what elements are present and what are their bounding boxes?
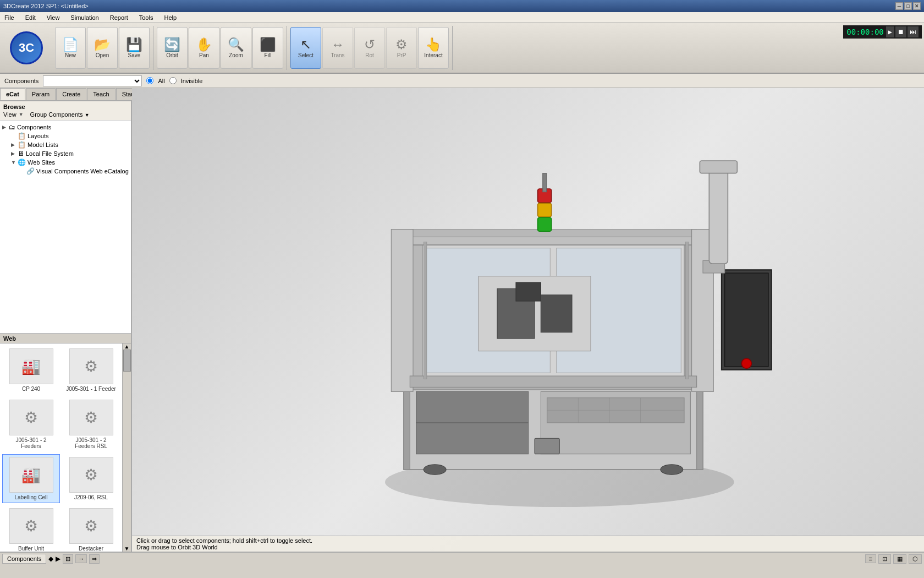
toolbar-btn-pan[interactable]: ✋Pan [189,27,219,69]
bottom-icon1[interactable]: ≡ [865,554,876,563]
svg-rect-28 [725,273,768,367]
toolbar-tool-section: ↖Select↔Trans↺Rot⚙PrP👆Interact [290,26,453,70]
scroll-up-arrow[interactable]: ▲ [124,343,130,350]
toolbar-btn-fill[interactable]: ⬛Fill [252,27,283,69]
comp-thumbnail: ⚙ [9,400,53,435]
orbit-label: Orbit [166,52,178,58]
component-item-j005-301-2rsl[interactable]: ⚙ J005-301 - 2 Feeders RSL [62,397,120,452]
component-item-j209-06[interactable]: ⚙ J209-06, RSL [62,454,120,503]
svg-rect-17 [516,282,541,301]
toolbar-btn-prp: ⚙PrP [386,27,417,69]
svg-point-37 [424,465,446,475]
tab-teach[interactable]: Teach [87,88,115,100]
component-grid: 🏭 CP 240 ⚙ J005-301 - 1 Feeder ⚙ J005-30… [0,343,122,552]
svg-rect-10 [391,230,413,392]
radio-all[interactable] [146,77,153,84]
toolbar-btn-save[interactable]: 💾Save [119,27,150,69]
left-panel: eCatParamCreateTeachStaubli Browse View … [0,88,132,552]
toolbar-btn-interact[interactable]: 👆Interact [418,27,449,69]
tree-item-components[interactable]: ▶🗂Components [2,123,129,132]
component-item-labelling[interactable]: 🏭 Labelling Cell [2,454,60,503]
scroll-thumb[interactable] [123,350,131,372]
bottom-icon2[interactable]: ⊡ [878,554,891,564]
menu-item-view[interactable]: View [45,13,62,22]
svg-rect-9 [410,230,696,237]
comp-thumbnail: ⚙ [69,400,113,435]
toolbar-btn-new[interactable]: 📄New [55,27,86,69]
components-dropdown[interactable] [43,75,142,86]
component-item-buffer[interactable]: ⚙ Buffer Unit [2,505,60,552]
toolbar-btn-orbit[interactable]: 🔄Orbit [157,27,188,69]
rot-icon: ↺ [364,38,375,51]
tree-item-model-lists[interactable]: ▶📋Model Lists [2,140,129,149]
open-label: Open [96,52,109,58]
maximize-button[interactable]: □ [904,2,912,10]
new-label: New [65,52,76,58]
grid-scrollbar[interactable]: ▲ ▼ [122,343,131,552]
menu-item-tools[interactable]: Tools [137,13,156,22]
bottom-arrow-icon: ▶ [56,555,61,563]
window-controls: ─ □ ✕ [895,2,921,10]
tree-icon: 🗂 [9,123,15,131]
radio-invisible[interactable] [169,77,177,84]
comp-thumbnail: ⚙ [9,508,53,544]
tree-item-layouts[interactable]: 📋Layouts [2,132,129,140]
bottom-icon3[interactable]: ▦ [893,554,906,564]
3d-viewport[interactable]: Click or drag to select components; hold… [132,88,924,552]
menu-item-report[interactable]: Report [108,13,130,22]
bottom-icon4[interactable]: ⬡ [909,554,922,564]
bottom-tool1[interactable]: ⊞ [63,554,73,564]
timer-stop-button[interactable]: ⏹ [895,26,906,37]
tab-param[interactable]: Param [26,88,56,100]
view-dropdown-arrow: ▼ [19,112,24,117]
toolbar-btn-zoom[interactable]: 🔍Zoom [221,27,251,69]
bottom-components-label: Components [2,554,46,564]
toolbar-btn-select[interactable]: ↖Select [290,27,321,69]
trans-label: Trans [331,52,344,58]
tab-ecat[interactable]: eCat [0,88,25,100]
comp-label: J209-06, RSL [74,494,108,500]
tree-label: Visual Components Web eCatalog [36,168,129,175]
component-item-j005-301-1[interactable]: ⚙ J005-301 - 1 Feeder [62,346,120,395]
timer-end-button[interactable]: ⏭ [908,26,919,37]
menu-item-help[interactable]: Help [162,13,179,22]
comp-thumbnail: ⚙ [69,457,113,493]
menu-bar: FileEditViewSimulationReportToolsHelp [0,12,924,23]
browse-section: Browse View ▼ Group Components ▼ [0,101,131,121]
component-item-destacker[interactable]: ⚙ Destacker [62,505,120,552]
group-components-label: Group Components [30,111,83,118]
bottom-tool2[interactable]: → [75,554,87,563]
menu-item-edit[interactable]: Edit [23,13,38,22]
svg-rect-40 [424,242,427,379]
viewport-status: Click or drag to select components; hold… [132,536,924,552]
view-label[interactable]: View [3,111,16,118]
tab-create[interactable]: Create [56,88,86,100]
component-item-cp240[interactable]: 🏭 CP 240 [2,346,60,395]
tree-expand: ▼ [11,160,18,165]
tree-item-local-file-system[interactable]: ▶🖥Local File System [2,149,129,158]
trans-icon: ↔ [331,38,344,51]
machine-svg [352,133,792,507]
fill-icon: ⬛ [260,38,276,51]
svg-rect-3 [404,382,410,470]
new-icon: 📄 [62,38,79,51]
svg-point-29 [741,358,751,368]
select-icon: ↖ [300,38,311,51]
tree-icon: 🔗 [26,167,35,175]
scroll-down-arrow[interactable]: ▼ [124,546,130,552]
component-item-j005-301-2feeders[interactable]: ⚙ J005-301 - 2 Feeders [2,397,60,452]
app-logo: 3C [10,31,43,64]
tree-item-web-sites[interactable]: ▼🌐Web Sites [2,158,129,167]
group-components-button[interactable]: Group Components ▼ [30,111,90,118]
tree-item-visual-components-web-ecatalog[interactable]: 🔗Visual Components Web eCatalog [2,167,129,176]
toolbar-btn-rot: ↺Rot [354,27,385,69]
bottom-tool3[interactable]: ⇒ [89,554,100,564]
minimize-button[interactable]: ─ [895,2,903,10]
toolbar-btn-open[interactable]: 📂Open [87,27,118,69]
timer-play-button[interactable]: ▶ [886,26,894,37]
bottom-diamond-icon: ◆ [48,555,53,563]
close-button[interactable]: ✕ [913,2,921,10]
pan-icon: ✋ [196,38,212,51]
menu-item-simulation[interactable]: Simulation [68,13,101,22]
menu-item-file[interactable]: File [2,13,16,22]
